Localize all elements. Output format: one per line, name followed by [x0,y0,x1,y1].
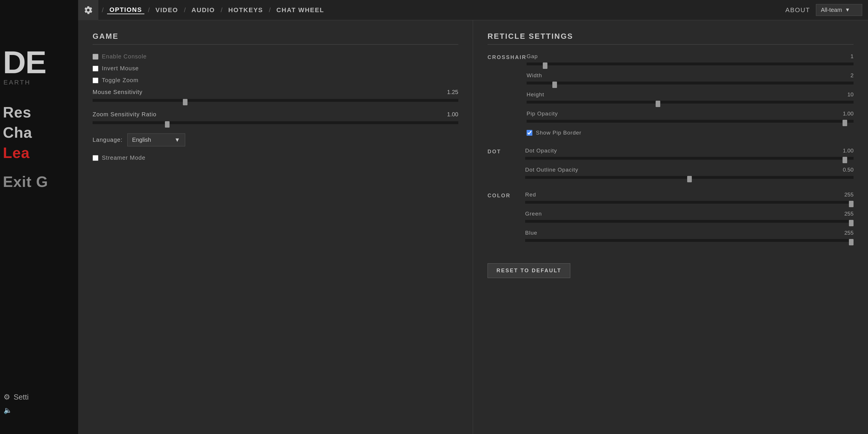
height-value: 10 [847,91,854,98]
main-panel: GAME Enable Console Invert Mouse Toggle … [78,20,868,434]
tab-chat-wheel[interactable]: CHAT WHEEL [274,6,327,14]
reticle-section: RETICLE SETTINGS CROSSHAIR Gap 1 [473,20,868,434]
dot-subsection: DOT Dot Opacity 1.00 Dot Outline Opacity… [488,148,854,186]
dot-outline-opacity-section: Dot Outline Opacity 0.50 [525,167,854,180]
green-header: Green 255 [525,211,854,217]
top-bar: / OPTIONS / VIDEO / AUDIO / HOTKEYS / CH… [78,0,868,20]
dot-outline-opacity-slider[interactable] [525,176,854,179]
pip-opacity-slider[interactable] [527,120,854,123]
pip-opacity-value: 1.00 [843,111,854,117]
streamer-mode-row: Streamer Mode [93,155,458,161]
show-pip-border-row: Show Pip Border [527,130,854,136]
chevron-down-icon: ▼ [175,136,180,143]
crosshair-label-col: CROSSHAIR [488,53,527,142]
mouse-sensitivity-slider[interactable] [93,99,458,102]
red-section: Red 255 [525,191,854,205]
invert-mouse-label: Invert Mouse [102,65,139,72]
pip-opacity-label: Pip Opacity [527,111,558,117]
show-pip-border-label: Show Pip Border [536,130,582,136]
settings-icon-button[interactable] [78,0,98,20]
game-subtitle: EARTH [0,79,78,86]
mouse-sensitivity-value: 1.25 [447,89,458,95]
width-slider[interactable] [527,82,854,85]
height-slider[interactable] [527,101,854,103]
separator-2: / [144,6,153,14]
red-header: Red 255 [525,191,854,198]
red-value: 255 [844,191,854,198]
menu-leave[interactable]: Lea [3,144,78,161]
dot-opacity-label: Dot Opacity [525,148,557,154]
color-subsection: COLOR Red 255 Green 255 [488,191,854,249]
separator-1: / [98,6,107,14]
zoom-sensitivity-section: Zoom Sensitivity Ratio 1.00 [93,111,458,125]
gap-label: Gap [527,53,538,60]
green-section: Green 255 [525,211,854,224]
volume-icon: 🔈 [3,406,12,414]
top-bar-right: ABOUT All-team ▼ [785,4,868,16]
reticle-section-title: RETICLE SETTINGS [488,32,854,44]
dot-outline-opacity-label: Dot Outline Opacity [525,167,578,173]
background-left: DE EARTH Res Cha Lea Exit G [0,0,78,434]
bottom-left-menu: ⚙ Setti 🔈 [0,390,78,416]
game-section-title: GAME [93,32,458,44]
sidebar-bg: DE EARTH Res Cha Lea Exit G [0,0,78,434]
zoom-sensitivity-slider[interactable] [93,121,458,124]
toggle-zoom-row: Toggle Zoom [93,77,458,84]
settings-item[interactable]: ⚙ Setti [0,390,78,404]
green-slider[interactable] [525,220,854,223]
dot-sliders: Dot Opacity 1.00 Dot Outline Opacity 0.5… [525,148,854,186]
height-section: Height 10 [527,91,854,105]
show-pip-border-checkbox[interactable] [527,130,532,136]
gap-header: Gap 1 [527,53,854,60]
red-slider[interactable] [525,201,854,204]
width-label: Width [527,72,542,79]
gap-section: Gap 1 [527,53,854,66]
color-label-col: COLOR [488,191,525,249]
reset-button-container: RESET TO DEFAULT [488,257,854,278]
streamer-mode-checkbox[interactable] [93,155,98,161]
width-header: Width 2 [527,72,854,79]
enable-console-checkbox[interactable] [93,54,98,60]
team-dropdown[interactable]: All-team ▼ [816,4,862,16]
tab-audio[interactable]: AUDIO [189,6,217,14]
language-value: English [132,136,151,143]
toggle-zoom-checkbox[interactable] [93,78,98,83]
about-link[interactable]: ABOUT [785,6,810,14]
dot-label: DOT [488,149,525,155]
blue-slider[interactable] [525,239,854,242]
menu-change[interactable]: Cha [3,124,78,141]
reset-to-default-button[interactable]: RESET TO DEFAULT [488,263,570,278]
green-value: 255 [844,211,854,217]
game-title: DE [0,46,78,78]
dot-opacity-header: Dot Opacity 1.00 [525,148,854,154]
dot-opacity-slider[interactable] [525,157,854,160]
menu-resume[interactable]: Res [3,103,78,121]
tab-hotkeys[interactable]: HOTKEYS [226,6,265,14]
zoom-sensitivity-label: Zoom Sensitivity Ratio [93,111,157,118]
enable-console-row: Enable Console [93,53,458,60]
green-label: Green [525,211,542,217]
red-label: Red [525,191,536,198]
mouse-sensitivity-header: Mouse Sensitivity 1.25 [93,89,458,95]
game-section: GAME Enable Console Invert Mouse Toggle … [78,20,473,434]
crosshair-subsection: CROSSHAIR Gap 1 Width 2 [488,53,854,142]
invert-mouse-checkbox[interactable] [93,66,98,71]
height-header: Height 10 [527,91,854,98]
settings-label: Setti [13,393,29,402]
zoom-sensitivity-value: 1.00 [447,111,458,118]
separator-4: / [217,6,226,14]
menu-exit[interactable]: Exit G [3,173,78,190]
tab-video[interactable]: VIDEO [153,6,180,14]
toggle-zoom-label: Toggle Zoom [102,77,138,84]
mouse-sensitivity-section: Mouse Sensitivity 1.25 [93,89,458,103]
pip-opacity-header: Pip Opacity 1.00 [527,111,854,117]
language-select[interactable]: English ▼ [127,133,185,146]
width-section: Width 2 [527,72,854,86]
tab-options[interactable]: OPTIONS [107,6,144,14]
height-label: Height [527,91,544,98]
crosshair-label: CROSSHAIR [488,54,527,60]
language-label: Language: [93,136,123,143]
volume-item[interactable]: 🔈 [0,404,78,416]
gap-slider[interactable] [527,62,854,65]
separator-3: / [181,6,189,14]
